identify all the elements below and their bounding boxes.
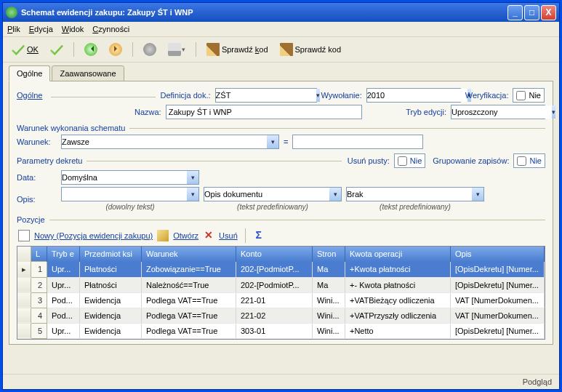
opis-free-input[interactable]: [62, 188, 187, 201]
menu-widok[interactable]: Widok: [62, 25, 84, 33]
window-title: Schemat ewidencji zakupu: Zakupy ŚT i WN…: [21, 8, 507, 17]
chevron-down-icon: ▾: [182, 46, 185, 53]
printer-icon: [168, 43, 181, 56]
weryf-label: Weryfikacja:: [465, 91, 509, 100]
grid-toolbar: Nowy (Pozycja ewidencji zakupu) Otwórz ✕…: [17, 225, 545, 246]
table-row[interactable]: 5Upr...EwidencjaPodlega VAT==True303-01W…: [17, 323, 545, 338]
hint-pred2: (tekst predefiniowany): [346, 203, 484, 211]
new-icon: [18, 230, 30, 241]
table-row[interactable]: 2Upr...PłatnościNależność==True202-[Podm…: [17, 277, 545, 292]
table-row[interactable]: 3Pod...EwidencjaPodlega VAT==True221-01W…: [17, 292, 545, 308]
status-bar: Podgląd: [3, 374, 559, 389]
tab-zaawansowane[interactable]: Zaawansowane: [52, 65, 124, 81]
usun-label: Usuń pusty:: [348, 156, 390, 165]
delete-icon: ✕: [203, 230, 214, 241]
eq-label: =: [284, 137, 288, 146]
new-button[interactable]: Nowy (Pozycja ewidencji zakupu): [34, 231, 153, 240]
chevron-down-icon[interactable]: ▾: [187, 188, 198, 201]
table-row[interactable]: 4Pod...EwidencjaPodlega VAT==True221-02W…: [17, 308, 545, 323]
col-przedmiot[interactable]: Przedmiot ksi: [80, 247, 142, 262]
close-button[interactable]: X: [541, 5, 556, 20]
tryb-combo[interactable]: ▾: [451, 105, 545, 119]
col-konto[interactable]: Konto: [236, 247, 313, 262]
wywolanie-input[interactable]: [367, 89, 467, 102]
col-opis[interactable]: Opis: [451, 247, 545, 262]
app-icon: [6, 7, 17, 18]
chevron-down-icon[interactable]: ▾: [187, 171, 198, 184]
defdok-combo[interactable]: ▾: [215, 88, 317, 103]
arrow-right-icon: [109, 43, 122, 56]
table-row[interactable]: ▸1Upr...PłatnościZobowiązanie==True202-[…: [17, 262, 545, 278]
open-icon: [157, 230, 169, 241]
col-warunek[interactable]: Warunek: [142, 247, 236, 262]
grup-checkbox[interactable]: Nie: [513, 153, 545, 168]
tryb-input[interactable]: [451, 105, 552, 119]
back-button[interactable]: [80, 40, 102, 59]
param-section: Parametry dekretu Usuń pusty: Nie Grupow…: [17, 153, 545, 168]
grid-header[interactable]: L Tryb e Przedmiot ksi Warunek Konto Str…: [17, 247, 545, 262]
col-l[interactable]: L: [31, 247, 47, 262]
wand-icon: [280, 43, 293, 56]
ok-all-button[interactable]: [46, 40, 68, 59]
data-grid[interactable]: L Tryb e Przedmiot ksi Warunek Konto Str…: [17, 246, 545, 340]
chevron-down-icon[interactable]: ▾: [267, 135, 278, 148]
tab-panel: Ogólne Definicja dok.: ▾ Wywołanie: ▾ We…: [9, 81, 553, 345]
tabs: Ogólne Zaawansowane: [9, 65, 553, 81]
ogolne-heading[interactable]: Ogólne: [17, 91, 42, 100]
chevron-down-icon[interactable]: ▾: [329, 188, 341, 201]
col-kwota[interactable]: Kwota operacji: [345, 247, 451, 262]
hint-free: (dowolny tekst): [61, 203, 199, 211]
opis-brak-combo[interactable]: ▾: [346, 187, 484, 201]
opis-free-combo[interactable]: ▾: [61, 187, 199, 201]
pozycje-section: Pozycje: [17, 215, 545, 224]
sprawdz-kod-1-button[interactable]: Sprawdź kod: [202, 40, 273, 59]
toolbar: OK ▾ Sprawdź kod Sprawdź kod: [3, 37, 559, 63]
wywolanie-combo[interactable]: ▾: [366, 88, 461, 103]
wywolanie-label: Wywołanie:: [321, 91, 362, 100]
hint-pred1: (tekst predefiniowany): [204, 203, 342, 211]
weryf-checkbox[interactable]: Nie: [513, 88, 545, 103]
defdok-label: Definicja dok.:: [160, 91, 210, 100]
defdok-input[interactable]: [216, 89, 316, 102]
tab-ogolne[interactable]: Ogólne: [9, 65, 50, 81]
data-label: Data:: [17, 173, 57, 182]
warunek-value-input[interactable]: [292, 135, 423, 149]
warunek-section: Warunek wykonania schematu: [17, 124, 545, 132]
menu-czynnosci[interactable]: Czynności: [92, 25, 129, 33]
arrow-left-icon: [84, 43, 97, 56]
open-button[interactable]: Otwórz: [173, 231, 198, 240]
minimize-button[interactable]: _: [507, 5, 523, 20]
nazwa-label: Nazwa:: [135, 108, 161, 116]
settings-button[interactable]: [139, 40, 161, 59]
col-tryb[interactable]: Tryb e: [47, 247, 80, 262]
data-input[interactable]: [62, 171, 187, 184]
forward-button[interactable]: [105, 40, 127, 59]
warunek-input[interactable]: [62, 135, 267, 148]
menubar: Plik Edycja Widok Czynności: [3, 22, 559, 37]
gear-icon: [143, 43, 156, 56]
grup-label: Grupowanie zapisów:: [433, 156, 509, 165]
titlebar: Schemat ewidencji zakupu: Zakupy ŚT i WN…: [3, 3, 559, 22]
print-button[interactable]: ▾: [164, 40, 190, 59]
col-strona[interactable]: Stron: [313, 247, 345, 262]
wand-icon: [206, 43, 220, 56]
warunek-label: Warunek:: [17, 137, 57, 146]
delete-button[interactable]: Usuń: [219, 231, 238, 240]
ok-button[interactable]: OK: [7, 40, 43, 59]
chevron-down-icon[interactable]: ▾: [552, 105, 555, 119]
menu-edycja[interactable]: Edycja: [29, 25, 53, 33]
opis-pred-combo[interactable]: ▾: [204, 187, 342, 201]
nazwa-input[interactable]: [166, 105, 362, 119]
menu-plik[interactable]: Plik: [7, 25, 20, 33]
chevron-down-icon[interactable]: ▾: [472, 188, 483, 201]
opis-pred-input[interactable]: [204, 188, 329, 201]
chevron-down-icon[interactable]: ▾: [316, 89, 320, 102]
opis-brak-input[interactable]: [347, 188, 472, 201]
sprawdz-kod-2-button[interactable]: Sprawdź kod: [276, 40, 346, 59]
sigma-icon[interactable]: Σ: [253, 230, 265, 241]
maximize-button[interactable]: □: [524, 5, 539, 20]
usun-checkbox[interactable]: Nie: [394, 153, 426, 168]
data-combo[interactable]: ▾: [61, 170, 199, 185]
opis-label: Opis:: [17, 195, 57, 204]
warunek-combo[interactable]: ▾: [61, 135, 279, 149]
